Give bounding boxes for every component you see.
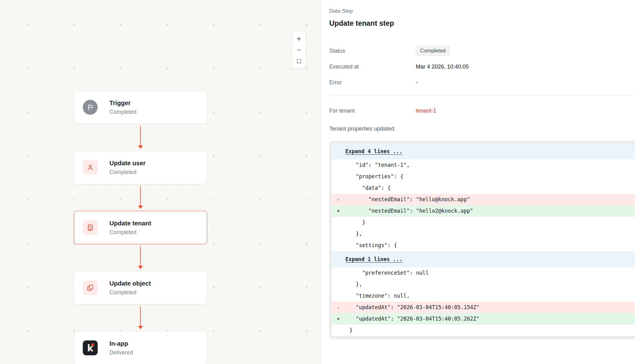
workflow-canvas[interactable]: + − TriggerCompletedUpdate userCompleted…: [0, 0, 321, 364]
fit-view-button[interactable]: [294, 56, 304, 66]
diff-context-line: "properties": {: [332, 171, 635, 182]
workflow-node-update-user[interactable]: Update userCompleted: [74, 151, 207, 184]
diff-context-line: },: [332, 228, 635, 240]
arrowhead-icon: [138, 206, 143, 209]
json-diff-viewer: Expand 4 lines ... "id": "tenant-1", "pr…: [332, 143, 635, 336]
canvas-zoom-controls: + −: [292, 31, 306, 69]
diff-addition-line: + "nestedEmail": "hello2@knock.app": [332, 205, 635, 217]
knock-logo-icon: k: [83, 340, 98, 355]
node-text: Update userCompleted: [109, 160, 146, 175]
workflow-node-update-object[interactable]: Update objectCompleted: [74, 271, 207, 304]
expand-lines-link[interactable]: Expand 1 lines ...: [332, 251, 635, 267]
node-title: Trigger: [109, 100, 136, 107]
field-value: -: [416, 79, 418, 86]
edge-arrow: [137, 126, 144, 149]
for-tenant-label: For tenant: [329, 108, 416, 114]
flag-icon: [86, 103, 94, 111]
node-status: Completed: [109, 289, 151, 296]
diff-context-line: },: [332, 279, 635, 290]
arrowhead-icon: [138, 145, 143, 149]
step-meta-fields: StatusCompletedExecuted atMar 4 2026, 10…: [329, 46, 635, 87]
expand-label: Expand 4 lines ...: [345, 148, 402, 154]
field-label: Status: [329, 48, 416, 54]
node-text: TriggerCompleted: [109, 100, 136, 115]
node-text: In-appDelivered: [109, 340, 133, 356]
knock-dot: [91, 343, 94, 346]
diff-context-line: "data": {: [332, 182, 635, 194]
zoom-in-button[interactable]: +: [294, 34, 304, 43]
diff-addition-line: + "updatedAt": "2026-03-04T15:40:05.262Z…: [332, 313, 635, 325]
field-row-status: StatusCompleted: [329, 46, 635, 55]
edge-arrow: [137, 306, 144, 329]
diff-context-line: }: [332, 325, 635, 336]
field-row-executed-at: Executed atMar 4 2026, 10:40:05: [329, 62, 635, 71]
node-title: Update object: [109, 280, 151, 287]
expand-label: Expand 1 lines ...: [345, 256, 402, 262]
zoom-out-button[interactable]: −: [294, 45, 304, 55]
node-status: Delivered: [109, 349, 133, 356]
page-title: Update tenant step: [329, 19, 635, 28]
diff-deletion-line: - "nestedEmail": "hello@knock.app": [332, 194, 635, 205]
diff-context-line: "preferenceSet": null: [332, 267, 635, 279]
node-text: Update tenantCompleted: [109, 220, 151, 236]
edge-arrow: [137, 246, 144, 269]
building-icon-tile: [83, 220, 98, 235]
user-icon-tile: [83, 160, 98, 175]
node-status: Completed: [109, 229, 151, 236]
field-row-error: Error-: [329, 78, 635, 87]
field-label: Executed at: [329, 64, 416, 70]
field-label: Error: [329, 79, 416, 86]
diff-context-line: "settings": {: [332, 240, 635, 251]
field-value: Mar 4 2026, 10:40:05: [416, 64, 469, 70]
workflow-debugger: + − TriggerCompletedUpdate userCompleted…: [0, 0, 635, 364]
diff-context-line: "id": "tenant-1",: [332, 159, 635, 171]
expand-lines-link[interactable]: Expand 4 lines ...: [332, 143, 635, 159]
node-title: In-app: [109, 340, 133, 347]
step-type-label: Data Step: [329, 8, 635, 14]
node-text: Update objectCompleted: [109, 280, 151, 296]
diff-deletion-line: - "updatedAt": "2026-03-04T15:40:05.154Z…: [332, 302, 635, 313]
copy-icon-tile: [83, 280, 98, 295]
status-badge: Completed: [416, 46, 450, 56]
node-status: Completed: [109, 109, 136, 115]
workflow-node-in-app[interactable]: kIn-appDelivered: [74, 331, 207, 364]
tenant-link[interactable]: tenant-1: [416, 108, 436, 114]
diff-context-line: }: [332, 217, 635, 228]
step-details-panel: Data Step Update tenant step StatusCompl…: [321, 0, 635, 364]
node-title: Update tenant: [109, 220, 151, 227]
fit-view-icon: [296, 59, 302, 64]
trigger-icon-tile: [83, 100, 98, 115]
diff-context-line: "timezone": null,: [332, 290, 635, 302]
diff-heading: Tenant properties updated: [329, 126, 635, 132]
section-divider: [329, 95, 635, 96]
user-icon: [86, 163, 94, 171]
copy-pages-icon: [86, 284, 94, 292]
building-icon: [86, 224, 94, 232]
node-title: Update user: [109, 160, 146, 167]
workflow-node-update-tenant[interactable]: Update tenantCompleted: [74, 211, 207, 244]
for-tenant-row: For tenant tenant-1: [329, 108, 635, 114]
tenant-diff-container: Expand 4 lines ... "id": "tenant-1", "pr…: [330, 141, 635, 338]
workflow-node-trigger[interactable]: TriggerCompleted: [74, 91, 207, 124]
edge-arrow: [137, 186, 144, 209]
arrowhead-icon: [138, 266, 143, 269]
arrowhead-icon: [138, 326, 143, 329]
node-status: Completed: [109, 169, 146, 175]
